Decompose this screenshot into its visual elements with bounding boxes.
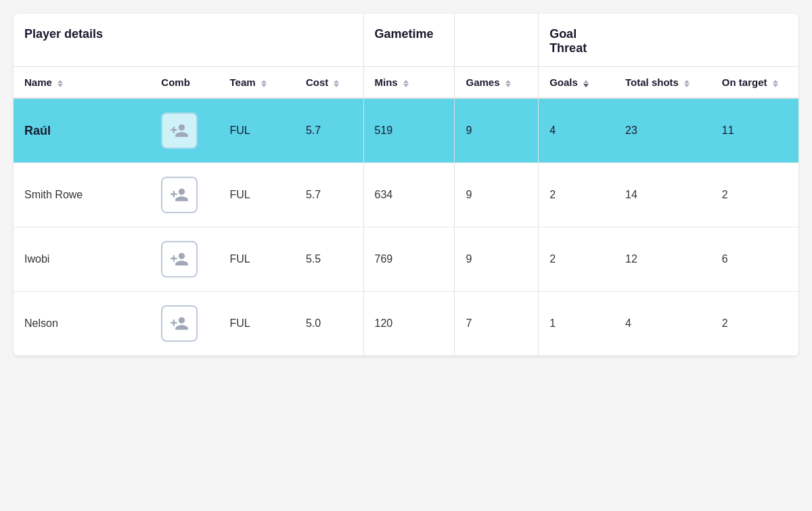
goals-sort-down — [583, 84, 589, 87]
cell-1: 5.7 — [295, 163, 363, 227]
games-sort-arrows — [505, 80, 511, 87]
cost-sort-arrows — [334, 80, 339, 87]
cell-2: 9 — [455, 227, 539, 292]
name-sort-down — [58, 84, 63, 87]
team-sort-arrows — [261, 80, 267, 87]
mins-sort-arrows — [403, 80, 409, 87]
col-header-team[interactable]: Team — [219, 67, 294, 99]
col-header-mins[interactable]: Mins — [363, 67, 455, 99]
col-header-cost[interactable]: Cost — [295, 67, 363, 99]
cell-3: 120 — [363, 292, 455, 356]
comb-btn-cell-3 — [150, 292, 219, 356]
cell-1: 634 — [363, 163, 455, 227]
team-spacer — [219, 14, 294, 67]
cell-3: 5.0 — [295, 292, 363, 356]
comb-btn-cell-0 — [150, 98, 219, 163]
cost-sort-up — [334, 80, 339, 83]
team-sort-down — [261, 84, 267, 87]
player-name-0: Raúl — [14, 98, 150, 163]
mins-sort-up — [403, 80, 409, 83]
cell-1: 2 — [711, 163, 798, 227]
cell-0: 519 — [363, 98, 455, 163]
col-header-on-target[interactable]: On target — [711, 67, 798, 99]
cell-0: 9 — [455, 98, 539, 163]
stats-table: Player details Gametime Goal Threat Name — [14, 14, 798, 356]
add-player-button-0[interactable] — [161, 112, 198, 149]
goal-threat-header: Goal Threat — [539, 14, 614, 67]
cell-3: FUL — [219, 292, 294, 356]
team-sort-up — [261, 80, 267, 83]
add-player-button-2[interactable] — [161, 241, 198, 277]
goals-sort-up — [583, 80, 589, 83]
on-target-sort-down — [773, 84, 778, 87]
cell-1: 2 — [539, 163, 614, 227]
table-row: Raúl FUL5.7519942311 — [14, 98, 798, 163]
col-header-name[interactable]: Name — [14, 67, 150, 99]
add-player-button-3[interactable] — [161, 305, 198, 342]
cell-1: 9 — [455, 163, 539, 227]
cell-2: FUL — [219, 227, 294, 292]
cell-3: 1 — [539, 292, 614, 356]
games-sort-down — [505, 84, 511, 87]
cell-3: 7 — [455, 292, 539, 356]
col-header-total-shots[interactable]: Total shots — [614, 67, 711, 99]
cell-0: 23 — [614, 98, 711, 163]
player-name-2: Iwobi — [14, 227, 150, 292]
comb-btn-cell-1 — [150, 163, 219, 227]
table-row: Nelson FUL5.01207142 — [14, 292, 798, 356]
games-sort-up — [505, 80, 511, 83]
on-target-sort-up — [773, 80, 778, 83]
gametime-spacer — [455, 14, 539, 67]
on-target-spacer — [711, 14, 798, 67]
name-sort-arrows — [58, 80, 63, 87]
col-header-goals[interactable]: Goals — [539, 67, 614, 99]
name-sort-up — [58, 80, 63, 83]
col-header-comb: Comb — [150, 67, 219, 99]
player-name-3: Nelson — [14, 292, 150, 356]
cell-2: 769 — [363, 227, 455, 292]
total-shots-sort-down — [684, 84, 690, 87]
cell-3: 4 — [614, 292, 711, 356]
total-shots-sort-arrows — [684, 80, 690, 87]
goals-sort-arrows — [583, 80, 589, 87]
cell-2: 12 — [614, 227, 711, 292]
comb-btn-cell-2 — [150, 227, 219, 292]
gametime-header: Gametime — [363, 14, 455, 67]
table-row: Smith Rowe FUL5.763492142 — [14, 163, 798, 227]
cell-1: FUL — [219, 163, 294, 227]
cell-0: FUL — [219, 98, 294, 163]
on-target-sort-arrows — [773, 80, 778, 87]
add-player-button-1[interactable] — [161, 177, 198, 213]
player-name-1: Smith Rowe — [14, 163, 150, 227]
total-shots-sort-up — [684, 80, 690, 83]
cell-3: 2 — [711, 292, 798, 356]
goal-threat-spacer — [614, 14, 711, 67]
cell-2: 5.5 — [295, 227, 363, 292]
cost-spacer — [295, 14, 363, 67]
cost-sort-down — [334, 84, 339, 87]
table-row: Iwobi FUL5.576992126 — [14, 227, 798, 292]
cell-0: 11 — [711, 98, 798, 163]
player-details-header: Player details — [14, 14, 219, 67]
mins-sort-down — [403, 84, 409, 87]
cell-0: 4 — [539, 98, 614, 163]
col-header-games[interactable]: Games — [455, 67, 539, 99]
cell-1: 14 — [614, 163, 711, 227]
cell-2: 2 — [539, 227, 614, 292]
cell-0: 5.7 — [295, 98, 363, 163]
cell-2: 6 — [711, 227, 798, 292]
